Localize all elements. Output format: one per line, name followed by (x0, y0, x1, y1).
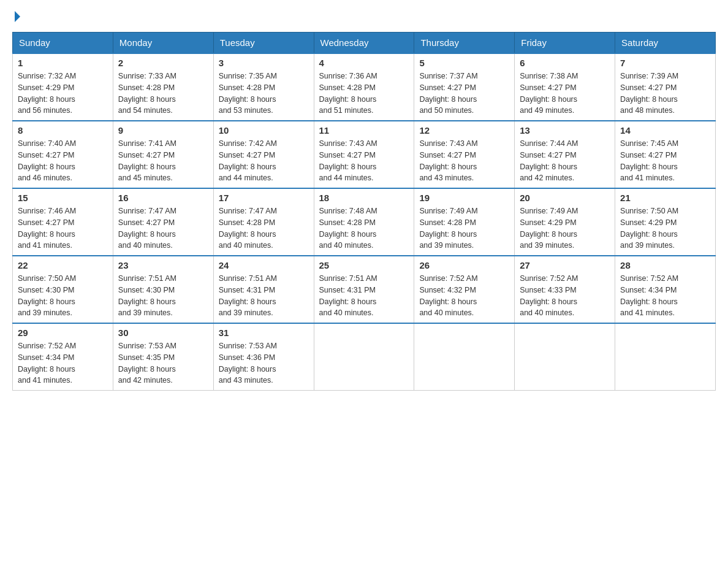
calendar-cell: 5 Sunrise: 7:37 AMSunset: 4:27 PMDayligh… (414, 53, 515, 121)
calendar-cell: 13 Sunrise: 7:44 AMSunset: 4:27 PMDaylig… (515, 121, 615, 188)
day-info: Sunrise: 7:43 AMSunset: 4:27 PMDaylight:… (319, 139, 377, 182)
day-info: Sunrise: 7:53 AMSunset: 4:36 PMDaylight:… (219, 342, 277, 385)
day-info: Sunrise: 7:42 AMSunset: 4:27 PMDaylight:… (219, 139, 277, 182)
calendar-cell: 6 Sunrise: 7:38 AMSunset: 4:27 PMDayligh… (515, 53, 615, 121)
calendar-week-row: 1 Sunrise: 7:32 AMSunset: 4:29 PMDayligh… (13, 53, 716, 121)
day-info: Sunrise: 7:40 AMSunset: 4:27 PMDaylight:… (18, 139, 76, 182)
day-number: 16 (118, 193, 208, 203)
calendar-cell: 14 Sunrise: 7:45 AMSunset: 4:27 PMDaylig… (615, 121, 716, 188)
day-info: Sunrise: 7:43 AMSunset: 4:27 PMDaylight:… (419, 139, 477, 182)
day-number: 31 (219, 327, 309, 338)
day-info: Sunrise: 7:51 AMSunset: 4:31 PMDaylight:… (319, 274, 377, 317)
calendar-week-row: 15 Sunrise: 7:46 AMSunset: 4:27 PMDaylig… (13, 188, 716, 256)
calendar-cell (515, 323, 615, 391)
calendar-cell (414, 323, 515, 391)
calendar-cell: 7 Sunrise: 7:39 AMSunset: 4:27 PMDayligh… (615, 53, 716, 121)
day-number: 24 (219, 260, 309, 270)
calendar-cell: 15 Sunrise: 7:46 AMSunset: 4:27 PMDaylig… (13, 188, 113, 256)
calendar-header-row: SundayMondayTuesdayWednesdayThursdayFrid… (13, 33, 716, 54)
day-number: 14 (620, 125, 710, 136)
day-info: Sunrise: 7:49 AMSunset: 4:29 PMDaylight:… (520, 207, 578, 250)
day-info: Sunrise: 7:33 AMSunset: 4:28 PMDaylight:… (118, 72, 176, 115)
day-number: 25 (319, 260, 409, 270)
weekday-header-sunday: Sunday (13, 33, 113, 54)
calendar-cell (314, 323, 414, 391)
day-info: Sunrise: 7:36 AMSunset: 4:28 PMDaylight:… (319, 72, 377, 115)
logo-triangle-icon (15, 11, 20, 22)
calendar-cell: 22 Sunrise: 7:50 AMSunset: 4:30 PMDaylig… (13, 256, 113, 323)
day-number: 28 (620, 260, 710, 270)
day-info: Sunrise: 7:51 AMSunset: 4:30 PMDaylight:… (118, 274, 176, 317)
day-number: 6 (520, 58, 610, 68)
calendar-cell: 26 Sunrise: 7:52 AMSunset: 4:32 PMDaylig… (414, 256, 515, 323)
day-info: Sunrise: 7:47 AMSunset: 4:28 PMDaylight:… (219, 207, 277, 250)
day-number: 15 (18, 193, 108, 203)
calendar-cell: 10 Sunrise: 7:42 AMSunset: 4:27 PMDaylig… (213, 121, 314, 188)
day-info: Sunrise: 7:35 AMSunset: 4:28 PMDaylight:… (219, 72, 277, 115)
day-info: Sunrise: 7:50 AMSunset: 4:29 PMDaylight:… (620, 207, 678, 250)
calendar-cell: 3 Sunrise: 7:35 AMSunset: 4:28 PMDayligh… (213, 53, 314, 121)
calendar-cell: 9 Sunrise: 7:41 AMSunset: 4:27 PMDayligh… (113, 121, 213, 188)
day-number: 8 (18, 125, 108, 136)
day-number: 29 (18, 327, 108, 338)
calendar-week-row: 22 Sunrise: 7:50 AMSunset: 4:30 PMDaylig… (13, 256, 716, 323)
day-info: Sunrise: 7:48 AMSunset: 4:28 PMDaylight:… (319, 207, 377, 250)
day-info: Sunrise: 7:52 AMSunset: 4:34 PMDaylight:… (620, 274, 678, 317)
day-info: Sunrise: 7:32 AMSunset: 4:29 PMDaylight:… (18, 72, 76, 115)
day-info: Sunrise: 7:44 AMSunset: 4:27 PMDaylight:… (520, 139, 578, 182)
calendar-cell: 21 Sunrise: 7:50 AMSunset: 4:29 PMDaylig… (615, 188, 716, 256)
calendar-cell (615, 323, 716, 391)
day-info: Sunrise: 7:52 AMSunset: 4:33 PMDaylight:… (520, 274, 578, 317)
calendar-cell: 11 Sunrise: 7:43 AMSunset: 4:27 PMDaylig… (314, 121, 414, 188)
calendar-cell: 29 Sunrise: 7:52 AMSunset: 4:34 PMDaylig… (13, 323, 113, 391)
calendar-cell: 2 Sunrise: 7:33 AMSunset: 4:28 PMDayligh… (113, 53, 213, 121)
calendar-cell: 4 Sunrise: 7:36 AMSunset: 4:28 PMDayligh… (314, 53, 414, 121)
day-info: Sunrise: 7:52 AMSunset: 4:32 PMDaylight:… (419, 274, 477, 317)
logo (12, 12, 20, 22)
calendar-cell: 27 Sunrise: 7:52 AMSunset: 4:33 PMDaylig… (515, 256, 615, 323)
weekday-header-friday: Friday (515, 33, 615, 54)
day-info: Sunrise: 7:45 AMSunset: 4:27 PMDaylight:… (620, 139, 678, 182)
day-info: Sunrise: 7:52 AMSunset: 4:34 PMDaylight:… (18, 342, 76, 385)
day-number: 10 (219, 125, 309, 136)
day-info: Sunrise: 7:47 AMSunset: 4:27 PMDaylight:… (118, 207, 176, 250)
calendar-cell: 31 Sunrise: 7:53 AMSunset: 4:36 PMDaylig… (213, 323, 314, 391)
calendar-cell: 20 Sunrise: 7:49 AMSunset: 4:29 PMDaylig… (515, 188, 615, 256)
calendar-cell: 18 Sunrise: 7:48 AMSunset: 4:28 PMDaylig… (314, 188, 414, 256)
day-info: Sunrise: 7:38 AMSunset: 4:27 PMDaylight:… (520, 72, 578, 115)
calendar-cell: 12 Sunrise: 7:43 AMSunset: 4:27 PMDaylig… (414, 121, 515, 188)
day-info: Sunrise: 7:39 AMSunset: 4:27 PMDaylight:… (620, 72, 678, 115)
day-number: 17 (219, 193, 309, 203)
day-number: 18 (319, 193, 409, 203)
calendar-cell: 25 Sunrise: 7:51 AMSunset: 4:31 PMDaylig… (314, 256, 414, 323)
day-number: 4 (319, 58, 409, 68)
weekday-header-wednesday: Wednesday (314, 33, 414, 54)
logo-blue-text (12, 12, 20, 22)
day-number: 1 (18, 58, 108, 68)
day-number: 19 (419, 193, 509, 203)
day-info: Sunrise: 7:41 AMSunset: 4:27 PMDaylight:… (118, 139, 176, 182)
day-number: 7 (620, 58, 710, 68)
calendar-cell: 1 Sunrise: 7:32 AMSunset: 4:29 PMDayligh… (13, 53, 113, 121)
calendar-cell: 24 Sunrise: 7:51 AMSunset: 4:31 PMDaylig… (213, 256, 314, 323)
calendar-cell: 28 Sunrise: 7:52 AMSunset: 4:34 PMDaylig… (615, 256, 716, 323)
calendar-cell: 23 Sunrise: 7:51 AMSunset: 4:30 PMDaylig… (113, 256, 213, 323)
day-info: Sunrise: 7:50 AMSunset: 4:30 PMDaylight:… (18, 274, 76, 317)
calendar-cell: 17 Sunrise: 7:47 AMSunset: 4:28 PMDaylig… (213, 188, 314, 256)
day-number: 23 (118, 260, 208, 270)
day-number: 20 (520, 193, 610, 203)
day-number: 22 (18, 260, 108, 270)
day-number: 11 (319, 125, 409, 136)
calendar-table: SundayMondayTuesdayWednesdayThursdayFrid… (12, 32, 716, 391)
calendar-cell: 30 Sunrise: 7:53 AMSunset: 4:35 PMDaylig… (113, 323, 213, 391)
weekday-header-saturday: Saturday (615, 33, 716, 54)
day-number: 2 (118, 58, 208, 68)
day-info: Sunrise: 7:46 AMSunset: 4:27 PMDaylight:… (18, 207, 76, 250)
calendar-cell: 19 Sunrise: 7:49 AMSunset: 4:28 PMDaylig… (414, 188, 515, 256)
calendar-cell: 16 Sunrise: 7:47 AMSunset: 4:27 PMDaylig… (113, 188, 213, 256)
day-number: 3 (219, 58, 309, 68)
day-number: 21 (620, 193, 710, 203)
day-number: 26 (419, 260, 509, 270)
day-number: 13 (520, 125, 610, 136)
day-number: 30 (118, 327, 208, 338)
